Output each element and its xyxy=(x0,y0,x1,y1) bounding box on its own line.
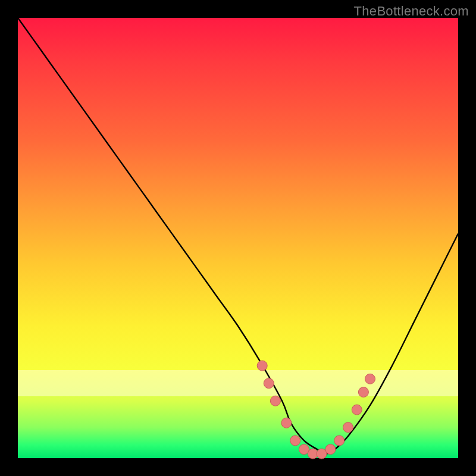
chart-container: TheBottleneck.com xyxy=(0,0,476,476)
plot-area xyxy=(18,18,458,458)
curve-markers xyxy=(257,361,375,459)
curve-marker xyxy=(352,405,362,415)
curve-marker xyxy=(365,374,375,384)
curve-marker xyxy=(281,418,292,428)
curve-layer xyxy=(18,18,458,458)
curve-marker xyxy=(343,422,353,433)
curve-marker xyxy=(290,436,300,446)
curve-marker xyxy=(325,444,336,455)
curve-marker xyxy=(270,396,280,406)
curve-marker xyxy=(257,361,267,371)
curve-marker xyxy=(334,436,345,446)
bottleneck-curve xyxy=(18,18,458,454)
curve-marker xyxy=(264,378,274,389)
attribution-text: TheBottleneck.com xyxy=(354,4,469,19)
curve-marker xyxy=(358,387,368,397)
